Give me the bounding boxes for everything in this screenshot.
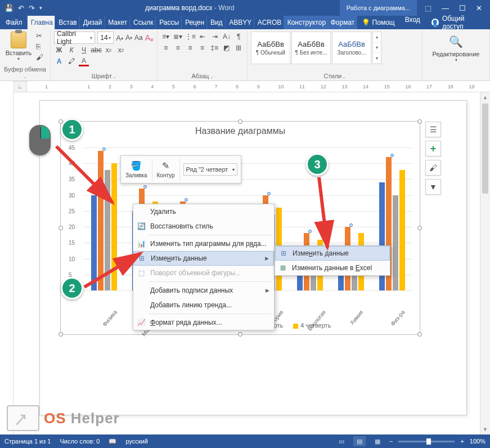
zoom-slider[interactable]	[398, 441, 455, 442]
align-center-icon[interactable]: ≡	[173, 43, 183, 53]
tab-references[interactable]: Ссылк	[130, 16, 156, 29]
change-case-icon[interactable]: Aa	[134, 33, 143, 43]
scroll-up-icon[interactable]: ▲	[480, 92, 490, 102]
tab-file[interactable]: Файл	[0, 16, 28, 29]
align-left-icon[interactable]: ≡	[161, 43, 171, 53]
underline-icon[interactable]: Ч	[79, 45, 89, 55]
ctx-change-chart-type[interactable]: 📊Изменить тип диаграммы для ряда...	[133, 236, 274, 251]
selection-handle[interactable]	[417, 226, 422, 230]
copy-icon[interactable]: ⎘	[36, 42, 43, 51]
ctx-delete[interactable]: Удалить	[133, 204, 274, 219]
vertical-scrollbar[interactable]: ▲ ▼	[480, 92, 490, 434]
cut-icon[interactable]: ✂	[36, 32, 43, 40]
borders-icon[interactable]: ⊞	[233, 43, 244, 53]
ctx-reset-style[interactable]: 🔄Восстановить стиль	[133, 219, 274, 234]
shrink-font-icon[interactable]: A▾	[125, 33, 132, 43]
numbering-icon[interactable]: ≣▾	[173, 32, 182, 42]
series-selector-dropdown[interactable]: Ряд "2 четверт▾	[183, 163, 237, 176]
selection-handle[interactable]	[417, 332, 422, 337]
proofing-icon[interactable]: 📖	[109, 438, 116, 445]
chart-elements-button[interactable]: +	[425, 141, 441, 156]
tab-home[interactable]: Главна	[28, 16, 56, 29]
selection-handle[interactable]	[59, 332, 63, 337]
italic-icon[interactable]: К	[66, 45, 77, 55]
ctx-add-trendline[interactable]: Добавить линию тренда...	[133, 298, 274, 312]
tab-selector[interactable]: ∟	[14, 81, 27, 92]
selection-handle[interactable]	[238, 332, 242, 337]
undo-icon[interactable]: ↶	[18, 4, 24, 12]
chart-bar[interactable]	[393, 195, 398, 290]
tab-review[interactable]: Рецен	[182, 16, 207, 29]
line-spacing-icon[interactable]: ‡≡	[209, 43, 219, 53]
subscript-icon[interactable]: x2	[104, 45, 114, 55]
editing-button[interactable]: Редактирование	[433, 51, 480, 57]
ctx-format-series[interactable]: 📈Формат ряда данных...	[133, 315, 274, 330]
selection-handle[interactable]	[238, 119, 242, 124]
style-no-spacing[interactable]: АаБбВв¶ Без инте...	[291, 32, 331, 64]
tell-me[interactable]: 💡Помощ	[357, 16, 399, 29]
tab-chart-format[interactable]: Формат	[327, 16, 357, 29]
ctx-edit-data[interactable]: ⊞Изменить данные▶	[133, 251, 274, 266]
justify-icon[interactable]: ≡	[197, 43, 208, 53]
sign-in[interactable]: Вход	[399, 16, 426, 29]
font-name-dropdown[interactable]: Calibri Light▾	[54, 32, 95, 44]
font-size-dropdown[interactable]: 14▾	[97, 32, 114, 44]
view-print-icon[interactable]: ▤	[353, 436, 366, 446]
view-read-icon[interactable]: ▭	[335, 436, 348, 446]
bold-icon[interactable]: Ж	[54, 45, 64, 55]
find-icon[interactable]: 🔍	[449, 35, 463, 48]
strike-icon[interactable]: abc	[91, 45, 101, 55]
format-painter-icon[interactable]: 🖌	[36, 53, 43, 61]
font-color-icon[interactable]: A	[79, 56, 89, 66]
grow-font-icon[interactable]: A▴	[116, 33, 123, 43]
bullets-icon[interactable]: ≡▾	[161, 32, 170, 42]
tab-abbyy[interactable]: ABBYY	[226, 16, 254, 29]
sort-icon[interactable]: A↓	[222, 32, 231, 42]
tab-chart-design[interactable]: Конструктор	[284, 16, 327, 29]
ctx-add-data-labels[interactable]: Добавить подписи данных▶	[133, 283, 274, 298]
share-button[interactable]: 👤Общий доступ	[426, 16, 490, 29]
zoom-level[interactable]: 100%	[470, 438, 485, 445]
chart-styles-button[interactable]: 🖌	[425, 160, 441, 176]
minimize-icon[interactable]: —	[442, 4, 449, 12]
scroll-down-icon[interactable]: ▼	[480, 424, 490, 434]
ruler-vertical[interactable]	[0, 92, 14, 434]
tab-mailings[interactable]: Рассы	[156, 16, 182, 29]
shape-outline-button[interactable]: ✎Контур	[152, 158, 180, 181]
paste-button[interactable]: Вставить ▾	[3, 32, 34, 61]
align-right-icon[interactable]: ≡	[185, 43, 195, 53]
style-normal[interactable]: АаБбВв¶ Обычный	[251, 32, 290, 64]
indent-dec-icon[interactable]: ⇤	[198, 32, 208, 42]
shape-fill-button[interactable]: 🪣Заливка	[121, 158, 152, 181]
selection-handle[interactable]	[417, 119, 422, 124]
tab-acrobat[interactable]: ACROB	[254, 16, 284, 29]
ruler-horizontal[interactable]: ∟ 112345678910111213141516171819	[14, 81, 490, 92]
indent-inc-icon[interactable]: ⇥	[210, 32, 219, 42]
zoom-in-icon[interactable]: +	[460, 438, 464, 445]
legend-item[interactable]: 4 четверть	[293, 322, 331, 329]
save-icon[interactable]: 💾	[5, 4, 14, 12]
chart-filter-button[interactable]: ▼	[425, 179, 441, 195]
superscript-icon[interactable]: x2	[116, 45, 126, 55]
style-heading1[interactable]: АаБбВвЗаголово...	[332, 32, 371, 64]
zoom-out-icon[interactable]: −	[389, 438, 393, 445]
show-marks-icon[interactable]: ¶	[234, 32, 244, 42]
close-icon[interactable]: ✕	[476, 4, 482, 12]
qat-more-icon[interactable]: ▾	[39, 5, 42, 11]
redo-icon[interactable]: ↷	[29, 4, 35, 12]
highlight-icon[interactable]: 🖍	[66, 56, 77, 66]
selection-handle[interactable]	[59, 226, 63, 230]
scroll-thumb[interactable]	[482, 104, 488, 194]
tab-design[interactable]: Дизай	[80, 16, 105, 29]
status-word-count[interactable]: Число слов: 0	[60, 438, 100, 445]
chart-layout-button[interactable]: ☰	[425, 122, 441, 137]
clear-format-icon[interactable]: Aᵩ	[145, 33, 154, 43]
chart-title[interactable]: Название диаграммы	[61, 122, 420, 141]
sub-edit-data-excel[interactable]: ⊞Изменить данные в Excel	[275, 261, 390, 275]
ribbon-display-icon[interactable]: ⬚	[425, 4, 431, 12]
maximize-icon[interactable]: ☐	[459, 4, 466, 12]
text-effects-icon[interactable]: A	[54, 56, 64, 66]
tab-view[interactable]: Вид	[207, 16, 226, 29]
view-web-icon[interactable]: ▦	[371, 436, 384, 446]
tab-insert[interactable]: Встав	[55, 16, 79, 29]
